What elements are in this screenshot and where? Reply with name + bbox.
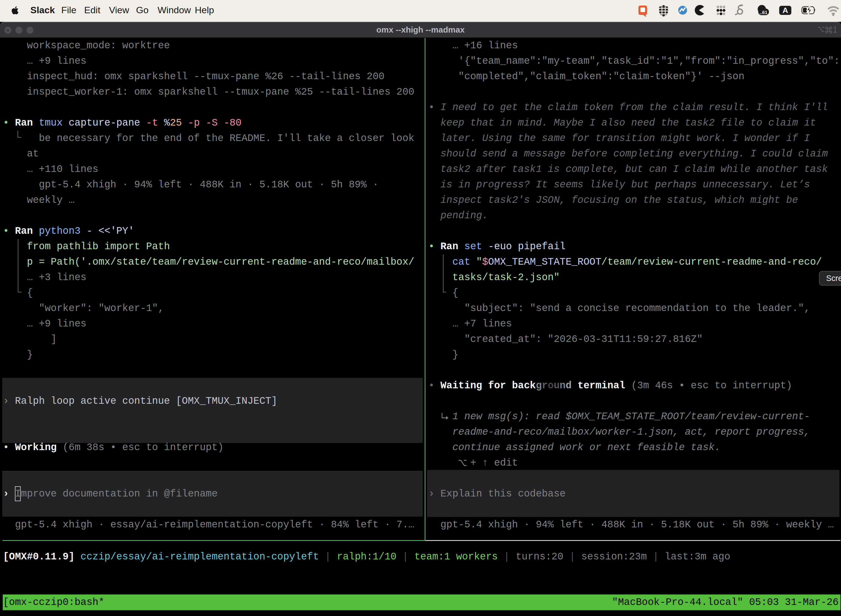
svg-text:..61: ..61 [760,10,767,15]
svg-text:A: A [782,6,788,15]
